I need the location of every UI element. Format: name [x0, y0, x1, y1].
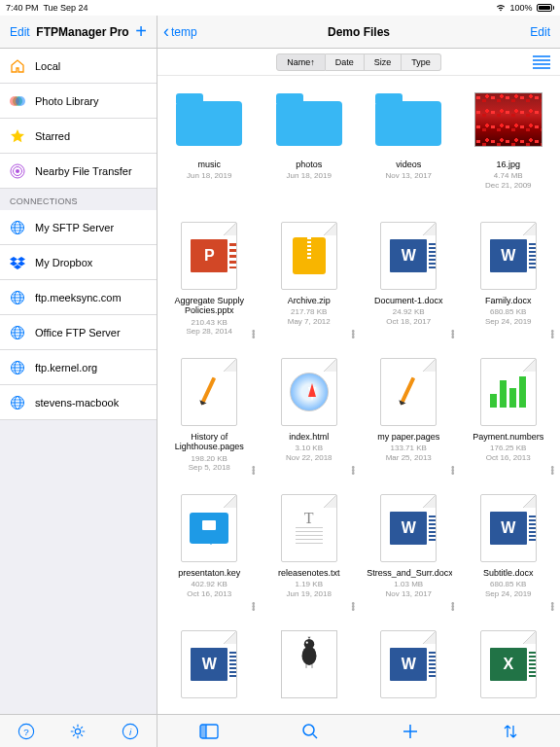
excel-icon: X: [474, 630, 542, 698]
panel-toggle-button[interactable]: [199, 724, 219, 739]
ppt-icon: P: [175, 222, 243, 290]
word-icon: W: [374, 494, 442, 562]
sort-segment[interactable]: Name↑DateSizeType: [276, 53, 441, 71]
search-button[interactable]: [301, 723, 319, 740]
more-button[interactable]: •••: [451, 602, 455, 611]
more-button[interactable]: •••: [252, 602, 256, 611]
sidebar-list[interactable]: LocalPhoto LibraryStarredNearby File Tra…: [0, 49, 157, 714]
pages-icon: [374, 358, 442, 426]
file-meta: 176.25 KBOct 16, 2013: [486, 444, 531, 462]
file-item[interactable]: music Jun 18, 2019: [159, 82, 260, 212]
file-item[interactable]: W Document-1.docx 24.92 KBOct 18, 2017 •…: [359, 218, 459, 348]
file-item[interactable]: P Aggregate Supply Policies.pptx 210.43 …: [159, 218, 260, 348]
wifi-icon: [496, 4, 506, 12]
info-button[interactable]: i: [121, 722, 140, 741]
file-name: photos: [294, 160, 324, 169]
connection-label: My SFTP Server: [35, 222, 114, 233]
sidebar-item-starred[interactable]: Starred: [0, 119, 157, 154]
file-item[interactable]: W Family.docx 680.85 KBSep 24, 2019 •••: [459, 218, 559, 348]
sidebar-item-photo-library[interactable]: Photo Library: [0, 84, 157, 119]
connection-item[interactable]: stevens-macbook: [0, 385, 157, 420]
more-button[interactable]: •••: [351, 466, 355, 475]
settings-button[interactable]: [68, 722, 88, 741]
file-item[interactable]: W: [359, 626, 459, 714]
more-button[interactable]: •••: [550, 466, 554, 475]
file-item[interactable]: W Stress_and_Surr.docx 1.03 MBNov 13, 20…: [359, 490, 459, 621]
file-name: 16.jpg: [494, 160, 522, 169]
status-time: 7:40 PM: [6, 3, 39, 13]
main-toolbar: [158, 714, 560, 747]
file-meta: 4.74 MBDec 21, 2009: [485, 171, 532, 190]
file-item[interactable]: Payment.numbers 176.25 KBOct 16, 2013 ••…: [459, 354, 559, 484]
more-button[interactable]: •••: [252, 330, 256, 338]
file-item[interactable]: my paper.pages 133.71 KBMar 25, 2013 •••: [359, 354, 459, 484]
sidebar-item-local[interactable]: Local: [0, 49, 157, 84]
sort-option[interactable]: Date: [326, 53, 365, 71]
file-meta: 680.85 KBSep 24, 2019: [485, 580, 532, 598]
more-button[interactable]: •••: [351, 330, 355, 338]
file-meta: 210.43 KBSep 28, 2014: [186, 318, 232, 337]
file-item[interactable]: photos Jun 18, 2019: [260, 82, 360, 212]
help-button[interactable]: ?: [17, 722, 36, 741]
more-button[interactable]: •••: [550, 602, 554, 611]
file-name: music: [195, 160, 223, 169]
file-item[interactable]: W: [159, 626, 260, 714]
more-button[interactable]: •••: [351, 602, 355, 611]
sidebar-edit-button[interactable]: Edit: [10, 25, 30, 39]
svg-point-37: [304, 639, 315, 650]
html-icon: [275, 358, 343, 426]
file-name: Document-1.docx: [372, 296, 445, 305]
connection-label: ftp.kernel.org: [35, 362, 97, 374]
layout-toggle-button[interactable]: [533, 55, 550, 69]
file-name: Stress_and_Surr.docx: [365, 568, 452, 578]
file-item[interactable]: presentaton.key 402.92 KBOct 16, 2013 ••…: [159, 490, 260, 621]
sort-option[interactable]: Size: [365, 53, 402, 71]
folder-icon: [275, 86, 343, 154]
file-item[interactable]: X: [459, 626, 559, 714]
globe-icon: [10, 325, 25, 340]
file-name: releasenotes.txt: [276, 568, 342, 578]
bird-icon: [275, 630, 343, 698]
file-item[interactable]: videos Nov 13, 2017: [359, 82, 459, 212]
svg-rect-43: [200, 725, 206, 738]
sort-option[interactable]: Name↑: [276, 53, 326, 71]
file-item[interactable]: W Subtitle.docx 680.85 KBSep 24, 2019 ••…: [459, 490, 559, 621]
file-item[interactable]: index.html 3.10 KBNov 22, 2018 •••: [260, 354, 360, 484]
file-meta: 1.03 MBNov 13, 2017: [385, 580, 432, 598]
word-icon: W: [474, 494, 542, 562]
more-button[interactable]: •••: [252, 466, 256, 475]
file-item[interactable]: 16.jpg 4.74 MBDec 21, 2009: [459, 82, 559, 212]
sidebar-item-label: Starred: [35, 130, 70, 142]
connection-item[interactable]: ftp.kernel.org: [0, 350, 157, 385]
file-item[interactable]: [260, 626, 360, 714]
file-name: videos: [394, 160, 423, 169]
file-meta: 3.10 KBNov 22, 2018: [286, 444, 332, 462]
more-button[interactable]: •••: [451, 330, 455, 338]
sort-option[interactable]: Type: [402, 53, 441, 71]
svg-line-45: [313, 734, 317, 738]
connection-item[interactable]: Office FTP Server: [0, 315, 157, 350]
more-button[interactable]: •••: [451, 466, 455, 475]
connection-item[interactable]: ftp.meeksync.com: [0, 280, 157, 315]
sidebar-item-label: Photo Library: [35, 95, 98, 107]
folder-title: Demo Files: [328, 25, 390, 39]
back-button[interactable]: ‹temp: [163, 21, 197, 42]
file-item[interactable]: History of Lighthouse.pages 198.20 KBSep…: [159, 354, 260, 484]
globe-icon: [10, 395, 25, 410]
photos-icon: [10, 93, 25, 109]
sidebar-item-nearby-file-transfer[interactable]: Nearby File Transfer: [0, 154, 157, 189]
add-button[interactable]: [402, 723, 419, 740]
connection-item[interactable]: My SFTP Server: [0, 210, 157, 245]
more-button[interactable]: •••: [550, 330, 554, 338]
add-connection-button[interactable]: +: [135, 20, 147, 43]
file-meta: 24.92 KBOct 18, 2017: [386, 307, 431, 326]
file-item[interactable]: T releasenotes.txt 1.19 KBJun 19, 2018 •…: [260, 490, 360, 621]
file-item[interactable]: Archive.zip 217.78 KBMay 7, 2012 •••: [260, 218, 360, 348]
transfer-button[interactable]: [502, 723, 519, 740]
main-panel: ‹temp Demo Files Edit Name↑DateSizeType …: [158, 16, 560, 747]
file-meta: 133.71 KBMar 25, 2013: [386, 444, 432, 462]
svg-text:i: i: [129, 726, 132, 736]
file-grid[interactable]: music Jun 18, 2019 photos Jun 18, 2019 v…: [158, 76, 560, 714]
connection-item[interactable]: My Dropbox: [0, 245, 157, 280]
main-edit-button[interactable]: Edit: [530, 25, 550, 39]
